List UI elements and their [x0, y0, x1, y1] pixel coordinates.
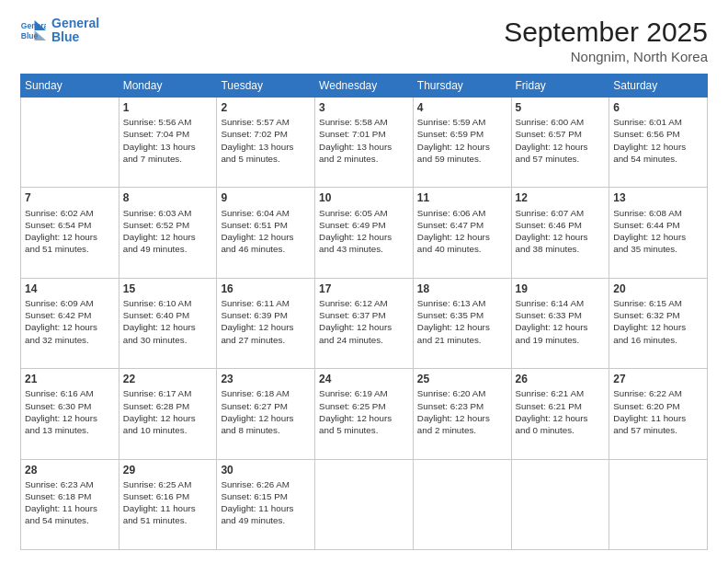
calendar-cell: 4Sunrise: 5:59 AMSunset: 6:59 PMDaylight… — [413, 98, 511, 188]
calendar-cell: 29Sunrise: 6:25 AMSunset: 6:16 PMDayligh… — [119, 459, 217, 549]
cell-info: and 32 minutes. — [25, 334, 115, 346]
cell-info: Sunset: 6:57 PM — [516, 128, 606, 140]
calendar-cell: 14Sunrise: 6:09 AMSunset: 6:42 PMDayligh… — [21, 278, 119, 368]
cell-info: Sunset: 6:39 PM — [221, 309, 311, 321]
calendar-cell — [609, 459, 708, 549]
cell-info: Sunrise: 6:23 AM — [25, 478, 115, 490]
calendar-cell: 19Sunrise: 6:14 AMSunset: 6:33 PMDayligh… — [511, 278, 609, 368]
cell-info: Sunrise: 5:59 AM — [417, 116, 507, 128]
day-number: 1 — [123, 100, 213, 115]
day-number: 17 — [319, 282, 409, 296]
day-number: 16 — [221, 282, 311, 296]
cell-info: Sunrise: 6:15 AM — [613, 297, 703, 309]
cell-info: Sunrise: 6:10 AM — [123, 297, 213, 309]
cell-info: and 0 minutes. — [516, 424, 606, 436]
cell-info: and 59 minutes. — [417, 153, 507, 165]
day-number: 10 — [319, 190, 409, 205]
day-number: 13 — [613, 190, 703, 205]
day-header-sunday: Sunday — [21, 75, 119, 98]
cell-info: and 13 minutes. — [25, 424, 115, 436]
calendar-cell: 23Sunrise: 6:18 AMSunset: 6:27 PMDayligh… — [217, 369, 315, 459]
calendar-cell: 13Sunrise: 6:08 AMSunset: 6:44 PMDayligh… — [609, 188, 708, 278]
calendar-cell: 5Sunrise: 6:00 AMSunset: 6:57 PMDaylight… — [511, 98, 609, 188]
cell-info: Daylight: 12 hours — [613, 231, 703, 243]
day-number: 18 — [417, 282, 507, 296]
cell-info: Sunrise: 6:19 AM — [319, 387, 409, 399]
cell-info: and 21 minutes. — [417, 334, 507, 346]
day-number: 15 — [123, 282, 213, 296]
cell-info: Daylight: 12 hours — [221, 321, 311, 333]
cell-info: Sunset: 6:56 PM — [613, 128, 703, 140]
cell-info: Sunset: 6:54 PM — [25, 219, 115, 231]
day-number: 3 — [319, 100, 409, 115]
cell-info: Sunset: 6:59 PM — [417, 128, 507, 140]
day-number: 7 — [25, 190, 115, 205]
cell-info: and 19 minutes. — [516, 334, 606, 346]
calendar-cell: 21Sunrise: 6:16 AMSunset: 6:30 PMDayligh… — [21, 369, 119, 459]
cell-info: and 2 minutes. — [417, 424, 507, 436]
cell-info: Sunset: 7:04 PM — [123, 128, 213, 140]
day-header-saturday: Saturday — [609, 75, 708, 98]
header: General Blue General Blue September 2025… — [20, 17, 708, 64]
cell-info: Daylight: 12 hours — [516, 321, 606, 333]
cell-info: Sunrise: 6:07 AM — [516, 207, 606, 219]
day-number: 25 — [417, 372, 507, 386]
cell-info: Daylight: 12 hours — [25, 412, 115, 424]
calendar-cell: 16Sunrise: 6:11 AMSunset: 6:39 PMDayligh… — [217, 278, 315, 368]
cell-info: and 49 minutes. — [221, 514, 311, 526]
day-number: 5 — [516, 100, 606, 115]
day-number: 27 — [613, 372, 703, 386]
calendar-cell — [511, 459, 609, 549]
calendar-cell — [21, 98, 119, 188]
calendar-cell — [413, 459, 511, 549]
cell-info: Sunrise: 6:02 AM — [25, 207, 115, 219]
cell-info: and 43 minutes. — [319, 243, 409, 255]
cell-info: Sunset: 6:20 PM — [613, 400, 703, 412]
day-number: 22 — [123, 372, 213, 386]
cell-info: Sunrise: 6:06 AM — [417, 207, 507, 219]
cell-info: Sunrise: 6:16 AM — [25, 387, 115, 399]
cell-info: Sunrise: 5:56 AM — [123, 116, 213, 128]
day-number: 11 — [417, 190, 507, 205]
cell-info: Sunrise: 6:12 AM — [319, 297, 409, 309]
cell-info: Daylight: 12 hours — [613, 321, 703, 333]
logo-line2: Blue — [51, 30, 99, 44]
cell-info: Daylight: 12 hours — [319, 412, 409, 424]
cell-info: and 54 minutes. — [613, 153, 703, 165]
cell-info: Sunset: 6:32 PM — [613, 309, 703, 321]
day-number: 14 — [25, 282, 115, 296]
calendar-cell: 9Sunrise: 6:04 AMSunset: 6:51 PMDaylight… — [217, 188, 315, 278]
calendar-cell: 1Sunrise: 5:56 AMSunset: 7:04 PMDaylight… — [119, 98, 217, 188]
cell-info: and 5 minutes. — [319, 424, 409, 436]
cell-info: Sunrise: 6:17 AM — [123, 387, 213, 399]
day-number: 30 — [221, 463, 311, 477]
day-number: 8 — [123, 190, 213, 205]
cell-info: and 24 minutes. — [319, 334, 409, 346]
cell-info: Sunset: 7:01 PM — [319, 128, 409, 140]
calendar-cell: 8Sunrise: 6:03 AMSunset: 6:52 PMDaylight… — [119, 188, 217, 278]
cell-info: Sunset: 6:15 PM — [221, 490, 311, 502]
cell-info: Sunrise: 6:18 AM — [221, 387, 311, 399]
cell-info: and 7 minutes. — [123, 153, 213, 165]
cell-info: Sunrise: 6:03 AM — [123, 207, 213, 219]
day-number: 4 — [417, 100, 507, 115]
cell-info: Sunrise: 5:57 AM — [221, 116, 311, 128]
cell-info: Sunrise: 6:22 AM — [613, 387, 703, 399]
cell-info: Daylight: 12 hours — [417, 231, 507, 243]
cell-info: Daylight: 13 hours — [123, 141, 213, 153]
cell-info: Daylight: 12 hours — [25, 231, 115, 243]
calendar: SundayMondayTuesdayWednesdayThursdayFrid… — [20, 74, 708, 550]
cell-info: Sunrise: 6:26 AM — [221, 478, 311, 490]
cell-info: Sunset: 6:18 PM — [25, 490, 115, 502]
cell-info: and 30 minutes. — [123, 334, 213, 346]
day-number: 19 — [516, 282, 606, 296]
location: Nongnim, North Korea — [504, 49, 708, 64]
month-title: September 2025 — [504, 17, 708, 47]
cell-info: Sunset: 6:21 PM — [516, 400, 606, 412]
calendar-cell: 26Sunrise: 6:21 AMSunset: 6:21 PMDayligh… — [511, 369, 609, 459]
cell-info: Sunset: 6:46 PM — [516, 219, 606, 231]
cell-info: Daylight: 12 hours — [516, 231, 606, 243]
cell-info: Daylight: 12 hours — [123, 321, 213, 333]
cell-info: Sunset: 6:47 PM — [417, 219, 507, 231]
day-number: 29 — [123, 463, 213, 477]
